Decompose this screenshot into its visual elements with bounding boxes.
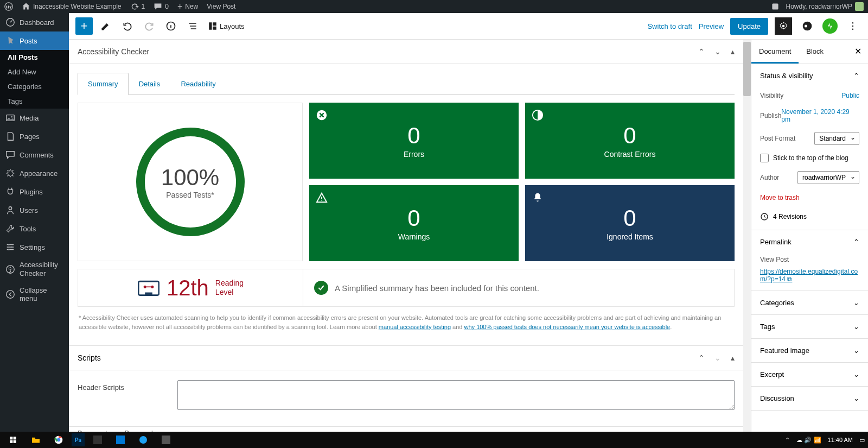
wp-logo[interactable] — [4, 2, 13, 11]
sidebar-item-plugins[interactable]: Plugins — [0, 182, 69, 201]
status-visibility-header[interactable]: Status & visibility⌃ — [751, 64, 868, 87]
sidebar-item-pages[interactable]: Pages — [0, 127, 69, 146]
tab-details[interactable]: Details — [129, 73, 171, 95]
passed-tests-link[interactable]: why 100% passed tests does not necessari… — [464, 324, 671, 330]
photoshop-icon[interactable]: Ps — [72, 433, 85, 446]
sidebar-item-media[interactable]: Media — [0, 109, 69, 127]
switch-draft-button[interactable]: Switch to draft — [647, 22, 692, 30]
panel-collapse-icon[interactable]: ▴ — [731, 47, 735, 56]
redo-icon[interactable] — [141, 17, 158, 35]
revisions-link[interactable]: 4 Revisions — [760, 207, 859, 222]
tab-summary[interactable]: Summary — [78, 73, 129, 95]
app-icon-1[interactable] — [88, 433, 107, 446]
layouts-button[interactable]: Layouts — [208, 21, 245, 31]
discussion-header[interactable]: Discussion⌄ — [751, 387, 868, 410]
sidebar-item-accessibility-checker[interactable]: Accessibility Checker — [0, 256, 69, 282]
start-button[interactable] — [3, 433, 23, 446]
sidebar-item-tools[interactable]: Tools — [0, 219, 69, 238]
chrome-icon[interactable] — [49, 433, 68, 446]
sidebar-sub-add-new[interactable]: Add New — [0, 65, 69, 79]
file-explorer-icon[interactable] — [26, 433, 46, 446]
app-icon-2[interactable] — [111, 433, 130, 446]
sidebar-sub-tags[interactable]: Tags — [0, 94, 69, 109]
scripts-down-icon[interactable]: ⌄ — [714, 354, 721, 362]
move-to-trash[interactable]: Move to trash — [760, 188, 859, 207]
editor-canvas: Accessibility Checker ⌃ ⌄ ▴ Summary Deta… — [69, 40, 743, 432]
settings-tab-block[interactable]: Block — [799, 40, 831, 64]
author-select[interactable]: roadwarriorWP — [797, 171, 859, 184]
excerpt-header[interactable]: Excerpt⌄ — [751, 363, 868, 386]
view-post[interactable]: View Post — [207, 3, 235, 10]
visibility-value[interactable]: Public — [841, 92, 859, 99]
howdy[interactable]: Howdy, roadwarriorWP — [786, 2, 864, 11]
breadcrumb-document[interactable]: Document — [78, 430, 107, 432]
sidebar-sub-categories[interactable]: Categories — [0, 79, 69, 94]
scripts-collapse-icon[interactable]: ▴ — [731, 354, 735, 362]
sidebar-sub-all-posts[interactable]: All Posts — [0, 50, 69, 65]
site-name[interactable]: Inaccessible Website Example — [22, 2, 122, 11]
publish-value[interactable]: November 1, 2020 4:29 pm — [781, 108, 859, 123]
manual-testing-link[interactable]: manual accessibility testing — [379, 324, 451, 330]
settings-tab-document[interactable]: Document — [751, 40, 799, 64]
sidebar-item-posts[interactable]: Posts — [0, 31, 69, 50]
more-menu-icon[interactable] — [844, 17, 861, 35]
windows-taskbar: Ps ⌃ ☁ 🔊 📶 11:40 AM ▭ — [0, 432, 868, 448]
svg-point-20 — [852, 26, 854, 27]
sidebar-item-users[interactable]: Users — [0, 201, 69, 219]
x-circle-icon — [316, 109, 328, 121]
categories-header[interactable]: Categories⌄ — [751, 291, 868, 314]
yoast-icon[interactable] — [799, 17, 816, 35]
outline-icon[interactable] — [184, 17, 201, 35]
tile-contrast-errors[interactable]: 0 Contrast Errors — [525, 103, 735, 179]
sidebar-collapse[interactable]: Collapse menu — [0, 282, 69, 307]
panel-title: Accessibility Checker — [78, 47, 149, 56]
tray-icons[interactable]: ☁ 🔊 📶 — [796, 437, 821, 444]
permalink-header[interactable]: Permalink⌃ — [751, 230, 868, 254]
taskbar-time[interactable]: 11:40 AM — [828, 437, 853, 443]
permalink-url[interactable]: https://demosite.equalizedigital.com/?p=… — [760, 266, 859, 283]
panel-up-icon[interactable]: ⌃ — [698, 47, 705, 56]
stick-checkbox[interactable] — [760, 154, 769, 162]
svg-rect-32 — [14, 440, 16, 443]
sidebar-item-settings[interactable]: Settings — [0, 238, 69, 256]
tags-header[interactable]: Tags⌄ — [751, 315, 868, 338]
sidebar-item-dashboard[interactable]: Dashboard — [0, 13, 69, 31]
tile-ignored[interactable]: 0 Ignored Items — [525, 185, 735, 261]
breadcrumb-paragraph[interactable]: Paragraph — [125, 430, 155, 432]
settings-toggle-button[interactable] — [775, 17, 792, 35]
scripts-up-icon[interactable]: ⌃ — [698, 354, 705, 362]
add-block-button[interactable]: + — [75, 17, 93, 35]
update-button[interactable]: Update — [730, 18, 768, 35]
updates[interactable]: 1 — [130, 2, 145, 11]
tray-up-icon[interactable]: ⌃ — [785, 437, 790, 444]
post-format-select[interactable]: Standard — [814, 132, 859, 145]
featured-image-header[interactable]: Featured image⌄ — [751, 339, 868, 362]
edit-mode-icon[interactable] — [97, 17, 114, 35]
preview-button[interactable]: Preview — [699, 22, 724, 30]
settings-close-icon[interactable]: ✕ — [848, 40, 868, 64]
jetpack-icon[interactable] — [822, 18, 838, 34]
canvas-scrollbar[interactable] — [743, 40, 751, 432]
notification-center-icon[interactable]: ▭ — [859, 437, 865, 444]
undo-icon[interactable] — [119, 17, 136, 35]
app-icon-3[interactable] — [133, 433, 153, 446]
tile-warnings[interactable]: 0 Warnings — [309, 185, 519, 261]
warnings-count: 0 — [407, 205, 420, 231]
svg-point-5 — [9, 207, 11, 210]
notifications-icon[interactable] — [771, 2, 780, 11]
panel-down-icon[interactable]: ⌄ — [714, 47, 721, 56]
info-icon[interactable] — [162, 17, 180, 35]
svg-point-10 — [10, 267, 11, 268]
tile-errors[interactable]: 0 Errors — [309, 103, 519, 179]
app-icon-4[interactable] — [156, 433, 176, 446]
svg-point-8 — [8, 249, 10, 250]
sidebar-item-appearance[interactable]: Appearance — [0, 164, 69, 182]
svg-rect-13 — [209, 22, 212, 30]
header-scripts-input[interactable] — [177, 380, 735, 410]
comments-count[interactable]: 0 — [154, 2, 169, 11]
tab-readability[interactable]: Readability — [170, 73, 226, 95]
new-content[interactable]: +New — [177, 2, 198, 11]
svg-rect-25 — [145, 293, 152, 295]
sidebar-item-comments[interactable]: Comments — [0, 146, 69, 164]
svg-point-6 — [8, 244, 10, 245]
